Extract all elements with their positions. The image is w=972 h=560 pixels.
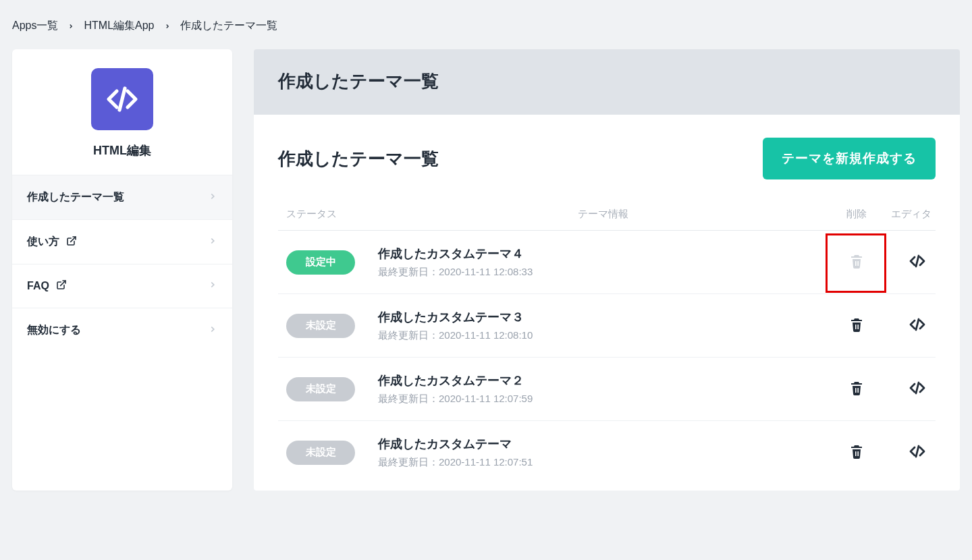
app-code-icon <box>91 68 153 130</box>
chevron-right-icon <box>208 236 217 248</box>
code-icon <box>909 380 925 399</box>
delete-button[interactable] <box>842 312 871 340</box>
chevron-right-icon <box>68 21 74 32</box>
theme-name: 作成したカスタムテーマ４ <box>378 246 828 262</box>
chevron-right-icon <box>164 21 171 32</box>
theme-name: 作成したカスタムテーマ <box>378 436 828 452</box>
status-badge: 未設定 <box>286 441 355 465</box>
svg-line-5 <box>916 383 919 393</box>
editor-button[interactable] <box>903 248 932 277</box>
theme-updated: 最終更新日：2020-11-11 12:08:33 <box>378 266 828 279</box>
table-row: 設定中作成したカスタムテーマ４最終更新日：2020-11-11 12:08:33 <box>278 231 936 294</box>
panel-title: 作成したテーマ一覧 <box>278 147 439 171</box>
external-link-icon <box>66 235 77 249</box>
table-row: 未設定作成したカスタムテーマ最終更新日：2020-11-11 12:07:51 <box>278 421 936 484</box>
sidebar-item[interactable]: FAQ <box>12 264 232 308</box>
delete-button[interactable] <box>842 439 871 467</box>
svg-line-2 <box>61 281 65 285</box>
sidebar-item[interactable]: 無効にする <box>12 308 232 352</box>
create-theme-button[interactable]: テーマを新規作成する <box>763 138 936 179</box>
chevron-right-icon <box>208 325 217 337</box>
code-icon <box>909 316 925 335</box>
delete-button <box>842 248 871 277</box>
breadcrumb-item[interactable]: Apps一覧 <box>12 19 58 33</box>
svg-line-4 <box>916 319 919 330</box>
chevron-right-icon <box>208 192 217 204</box>
sidebar-item-label: 作成したテーマ一覧 <box>27 190 124 204</box>
svg-line-1 <box>71 237 76 242</box>
breadcrumb: Apps一覧 HTML編集App 作成したテーマ一覧 <box>0 0 972 49</box>
status-badge: 設定中 <box>286 250 355 275</box>
sidebar-header: HTML編集 <box>12 49 232 175</box>
chevron-right-icon <box>208 280 217 292</box>
sidebar-item-label: FAQ <box>27 279 67 293</box>
sidebar-item[interactable]: 使い方 <box>12 219 232 264</box>
sidebar-item-label: 使い方 <box>27 235 77 249</box>
sidebar: HTML編集 作成したテーマ一覧使い方FAQ無効にする <box>12 49 232 491</box>
code-icon <box>909 443 925 462</box>
main: 作成したテーマ一覧 作成したテーマ一覧 テーマを新規作成する ステータス テーマ… <box>254 49 960 491</box>
theme-updated: 最終更新日：2020-11-11 12:08:10 <box>378 329 828 342</box>
status-badge: 未設定 <box>286 314 355 338</box>
table-header: ステータス テーマ情報 削除 エディタ <box>278 208 936 231</box>
svg-line-0 <box>119 88 125 110</box>
status-badge: 未設定 <box>286 377 355 401</box>
breadcrumb-item[interactable]: HTML編集App <box>84 19 154 33</box>
theme-updated: 最終更新日：2020-11-11 12:07:59 <box>378 393 828 405</box>
page-header: 作成したテーマ一覧 <box>254 49 960 115</box>
sidebar-item[interactable]: 作成したテーマ一覧 <box>12 175 232 219</box>
table-row: 未設定作成したカスタムテーマ２最終更新日：2020-11-11 12:07:59 <box>278 358 936 421</box>
svg-line-6 <box>916 446 919 457</box>
col-status: ステータス <box>286 208 378 221</box>
app-title: HTML編集 <box>93 142 151 159</box>
table-row: 未設定作成したカスタムテーマ３最終更新日：2020-11-11 12:08:10 <box>278 294 936 358</box>
external-link-icon <box>56 279 67 293</box>
col-delete: 削除 <box>828 208 886 221</box>
panel: 作成したテーマ一覧 テーマを新規作成する ステータス テーマ情報 削除 エディタ… <box>254 115 960 491</box>
col-editor: エディタ <box>886 208 936 221</box>
editor-button[interactable] <box>903 375 932 403</box>
svg-line-3 <box>916 256 919 267</box>
delete-button[interactable] <box>842 375 871 403</box>
trash-icon <box>848 380 865 399</box>
theme-name: 作成したカスタムテーマ２ <box>378 372 828 389</box>
sidebar-item-label: 無効にする <box>27 323 81 337</box>
col-info: テーマ情報 <box>378 208 828 221</box>
theme-name: 作成したカスタムテーマ３ <box>378 309 828 325</box>
code-icon <box>909 253 925 272</box>
editor-button[interactable] <box>903 312 932 340</box>
editor-button[interactable] <box>903 439 932 467</box>
trash-icon <box>848 253 865 272</box>
trash-icon <box>848 316 865 335</box>
theme-updated: 最終更新日：2020-11-11 12:07:51 <box>378 456 828 469</box>
breadcrumb-item: 作成したテーマ一覧 <box>180 19 277 33</box>
trash-icon <box>848 443 865 462</box>
